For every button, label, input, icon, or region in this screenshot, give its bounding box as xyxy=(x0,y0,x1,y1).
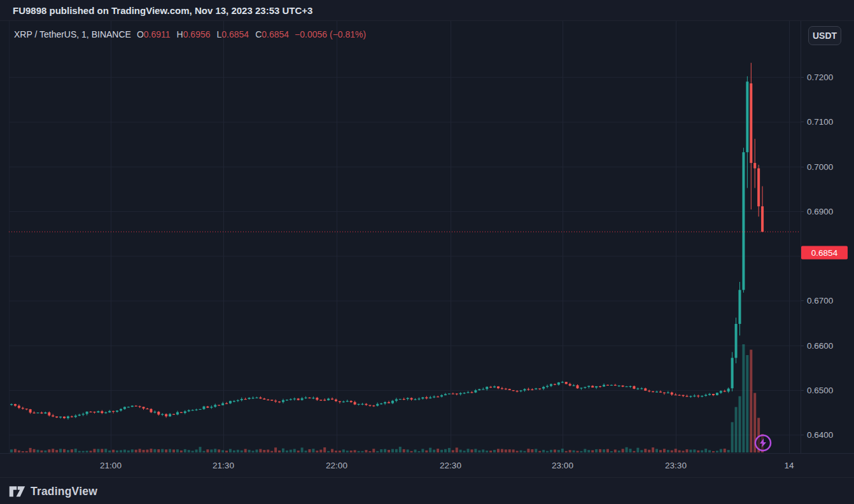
price-tick-label: 0.6700 xyxy=(807,296,833,305)
time-tick-label: 21:30 xyxy=(213,461,234,470)
candle-body xyxy=(59,417,62,417)
candle-body xyxy=(67,416,69,418)
volume-bar xyxy=(372,449,375,452)
candle-body xyxy=(648,391,650,391)
candle-body xyxy=(410,398,413,399)
candle-body xyxy=(339,401,341,402)
volume-bar xyxy=(591,450,594,452)
volume-bar xyxy=(531,449,533,452)
volume-bar xyxy=(440,450,443,452)
candle-body xyxy=(584,387,586,388)
candle-body xyxy=(704,395,707,396)
volume-bar xyxy=(610,451,613,452)
volume-bar xyxy=(316,451,318,452)
candle-body xyxy=(629,386,632,387)
candle-body xyxy=(655,391,658,392)
volume-bar xyxy=(429,448,431,452)
tradingview-wordmark[interactable]: TradingView xyxy=(31,485,97,498)
volume-bar xyxy=(192,451,194,452)
ohlc-item: H0.6956 xyxy=(177,29,211,39)
candle-body xyxy=(22,408,24,409)
volume-bar xyxy=(425,451,428,452)
volume-bar xyxy=(622,449,624,452)
candle-body xyxy=(614,385,617,386)
candle-body xyxy=(610,385,613,386)
price-tick-mark xyxy=(801,435,804,435)
candle-body xyxy=(538,388,541,389)
candle-body xyxy=(512,390,515,391)
volume-bar xyxy=(505,449,507,452)
candle-body xyxy=(720,391,722,393)
volume-bar xyxy=(584,449,586,452)
candle-body xyxy=(293,398,296,399)
time-tick-label: 22:30 xyxy=(440,461,461,470)
volume-bar xyxy=(682,451,685,452)
candle-body xyxy=(78,415,81,416)
volume-bar xyxy=(433,450,435,452)
price-tick-mark xyxy=(801,167,804,167)
candle-body xyxy=(139,406,141,407)
candle-body xyxy=(565,382,568,384)
time-axis[interactable]: 21:0021:3022:0022:3023:0023:3014 xyxy=(0,453,854,478)
candle-body xyxy=(516,391,519,391)
volume-bar xyxy=(746,355,748,452)
candle-body xyxy=(143,407,145,409)
candle-body xyxy=(323,400,326,400)
volume-bar xyxy=(512,449,515,452)
volume-bar xyxy=(143,450,145,452)
volume-bar xyxy=(237,450,239,452)
candle-body xyxy=(214,405,216,407)
volume-bar xyxy=(263,450,265,452)
candle-body xyxy=(135,406,137,407)
price-tick-mark xyxy=(801,77,804,78)
candle-body xyxy=(497,386,500,388)
candle-body xyxy=(659,391,662,392)
volume-bar xyxy=(342,449,345,452)
volume-bar xyxy=(221,450,224,452)
volume-bar xyxy=(82,451,85,452)
volume-bar xyxy=(640,450,643,452)
candle-body xyxy=(127,407,130,407)
candle-body xyxy=(146,409,148,409)
volume-bar xyxy=(497,449,500,452)
volume-bar xyxy=(86,451,88,452)
candle-body xyxy=(433,396,435,397)
candle-body xyxy=(286,400,288,400)
candle-body xyxy=(172,414,175,415)
volume-bar xyxy=(150,449,152,452)
volume-bar xyxy=(248,450,251,452)
candle-body xyxy=(150,409,152,412)
tradingview-logo-icon[interactable] xyxy=(9,484,25,499)
candle-body xyxy=(301,398,304,400)
volume-bar xyxy=(493,450,496,452)
candle-body xyxy=(52,416,54,417)
volume-bar xyxy=(255,449,258,452)
candlestick-chart[interactable] xyxy=(0,21,854,453)
candle-body xyxy=(71,416,73,417)
volume-bar xyxy=(577,451,579,452)
candle-body xyxy=(327,398,330,400)
candle-body xyxy=(493,386,496,388)
price-axis[interactable]: 0.72000.71000.70000.69000.68000.67000.66… xyxy=(801,21,854,453)
candle-body xyxy=(37,412,39,413)
volume-bar xyxy=(486,451,488,452)
volume-bar xyxy=(44,451,46,452)
candle-body xyxy=(678,395,681,396)
volatility-badge[interactable] xyxy=(755,435,771,451)
candle-body xyxy=(591,386,594,388)
candle-body xyxy=(131,406,134,407)
volume-bar xyxy=(388,450,390,452)
volume-bar xyxy=(22,451,24,452)
candle-body xyxy=(731,358,734,388)
volume-bar xyxy=(259,449,262,452)
h-gridline xyxy=(9,435,801,435)
candle-body xyxy=(274,401,277,402)
candle-body xyxy=(14,404,17,406)
candle-body xyxy=(241,399,243,400)
volume-bar xyxy=(184,449,186,452)
candle-body xyxy=(675,395,677,395)
volume-bar xyxy=(599,449,601,452)
volume-bar xyxy=(391,449,394,452)
candle-body xyxy=(587,386,590,387)
volume-bar xyxy=(131,449,134,452)
